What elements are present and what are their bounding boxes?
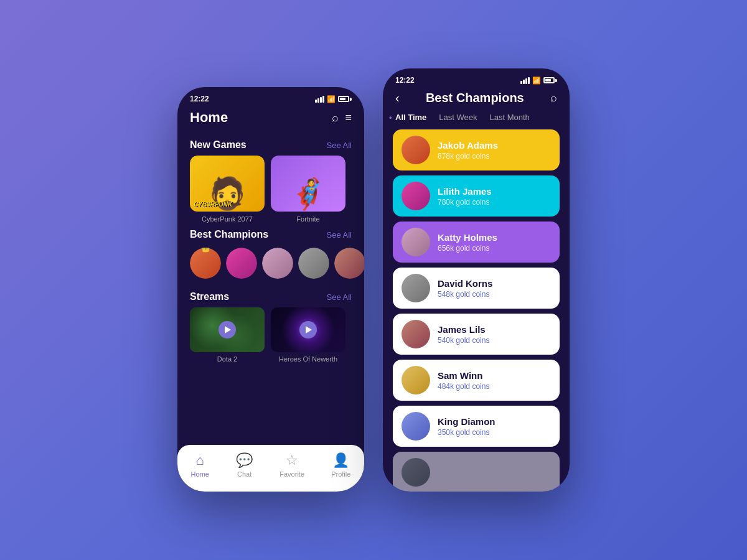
nav-profile[interactable]: 👤 Profile bbox=[331, 452, 350, 478]
cyberpunk-logo: CYB3RPUNK bbox=[194, 201, 232, 208]
champion-name-2: Lilith James bbox=[438, 186, 492, 197]
champion-info-2: Lilith James 780k gold coins bbox=[438, 186, 492, 207]
champion-coins-1: 878k gold coins bbox=[438, 152, 498, 161]
champion-avatar-7 bbox=[402, 412, 430, 441]
champion-coins-3: 656k gold coins bbox=[438, 244, 497, 253]
champ-avatar-1[interactable]: 👑 bbox=[190, 248, 221, 279]
status-bar-2: 12:22 📶 bbox=[383, 68, 570, 88]
header-action-icons: ⌕ ≡ bbox=[332, 111, 352, 124]
filter-tabs: All Time Last Week Last Month bbox=[383, 113, 570, 129]
bottom-nav: ⌂ Home 💬 Chat ☆ Favorite 👤 Profile bbox=[177, 445, 364, 492]
best-champions-see-all[interactable]: See All bbox=[327, 230, 352, 240]
champion-avatar-4 bbox=[402, 274, 430, 302]
status-time-2: 12:22 bbox=[395, 76, 415, 85]
status-time-1: 12:22 bbox=[190, 95, 209, 103]
nav-profile-label: Profile bbox=[331, 470, 350, 478]
nav-favorite-label: Favorite bbox=[280, 470, 304, 478]
play-triangle-icon-2 bbox=[306, 326, 312, 334]
stream-card-heroes[interactable]: Heroes Of Newerth bbox=[271, 307, 345, 363]
champion-name-5: James Lils bbox=[438, 324, 489, 335]
filter-last-month[interactable]: Last Month bbox=[490, 113, 530, 122]
play-btn-dota[interactable] bbox=[218, 321, 236, 338]
stream-card-dota[interactable]: Dota 2 bbox=[190, 307, 265, 363]
streams-title: Streams bbox=[190, 291, 229, 302]
champion-card-4[interactable]: David Korns 548k gold coins bbox=[393, 268, 560, 309]
champion-name-1: Jakob Adams bbox=[438, 140, 498, 151]
champion-info-6: Sam Winn 484k gold coins bbox=[438, 370, 489, 391]
champion-card-6[interactable]: Sam Winn 484k gold coins bbox=[393, 360, 560, 401]
filter-icon[interactable]: ≡ bbox=[345, 111, 352, 124]
nav-home-label: Home bbox=[191, 470, 209, 478]
champion-name-7: King Diamon bbox=[438, 416, 496, 427]
signal-icon bbox=[315, 96, 324, 103]
search-icon[interactable]: ⌕ bbox=[332, 111, 339, 124]
champion-info-3: Katty Holmes 656k gold coins bbox=[438, 232, 497, 253]
champ-avatar-4[interactable] bbox=[298, 248, 329, 279]
best-champions-header: Best Champions See All bbox=[177, 223, 364, 245]
champions-title: Best Champions bbox=[426, 91, 524, 105]
champion-avatar-2 bbox=[402, 182, 430, 210]
nav-home[interactable]: ⌂ Home bbox=[191, 452, 209, 478]
new-games-title: New Games bbox=[190, 139, 247, 151]
play-triangle-icon bbox=[225, 326, 231, 334]
back-header: ‹ Best Champions ⌕ bbox=[383, 88, 570, 113]
champions-avatars-row: 👑 bbox=[177, 245, 364, 285]
stream-thumb-dota bbox=[190, 307, 265, 352]
battery-icon-2 bbox=[543, 77, 557, 83]
play-btn-heroes[interactable] bbox=[299, 321, 317, 338]
champ-avatar-3[interactable] bbox=[262, 248, 293, 279]
stream-label-heroes: Heroes Of Newerth bbox=[271, 355, 345, 363]
champ-avatar-5[interactable] bbox=[334, 248, 364, 279]
champion-card-partial bbox=[383, 452, 570, 492]
champion-info-1: Jakob Adams 878k gold coins bbox=[438, 140, 498, 161]
game-card-cyberpunk[interactable]: 🧔 CYB3RPUNK CyberPunk 2077 bbox=[190, 156, 265, 223]
stream-label-dota: Dota 2 bbox=[190, 355, 265, 363]
champion-coins-2: 780k gold coins bbox=[438, 198, 492, 207]
champion-card-8-partial bbox=[393, 452, 560, 492]
battery-icon bbox=[338, 96, 352, 102]
champion-info-7: King Diamon 350k gold coins bbox=[438, 416, 496, 437]
champion-avatar-8 bbox=[402, 458, 430, 487]
champion-coins-4: 548k gold coins bbox=[438, 290, 492, 299]
champ-avatar-2[interactable] bbox=[226, 248, 257, 279]
back-button[interactable]: ‹ bbox=[395, 91, 400, 105]
streams-header: Streams See All bbox=[177, 285, 364, 307]
champion-name-3: Katty Holmes bbox=[438, 232, 497, 243]
favorite-icon: ☆ bbox=[286, 452, 298, 469]
new-games-see-all[interactable]: See All bbox=[327, 141, 352, 150]
status-icons-1: 📶 bbox=[315, 95, 352, 103]
champion-avatar-1 bbox=[402, 136, 430, 164]
champion-card-2[interactable]: Lilith James 780k gold coins bbox=[393, 175, 560, 217]
home-title: Home bbox=[190, 110, 228, 126]
champion-card-7[interactable]: King Diamon 350k gold coins bbox=[393, 406, 560, 447]
games-scroll: 🧔 CYB3RPUNK CyberPunk 2077 🦸 Fortnite bbox=[177, 156, 364, 223]
nav-chat[interactable]: 💬 Chat bbox=[236, 452, 253, 478]
signal-icon-2 bbox=[520, 77, 530, 84]
champion-avatar-6 bbox=[402, 366, 430, 394]
nav-chat-label: Chat bbox=[237, 470, 251, 478]
search-icon-2[interactable]: ⌕ bbox=[550, 91, 557, 105]
champion-coins-7: 350k gold coins bbox=[438, 428, 496, 437]
champion-name-6: Sam Winn bbox=[438, 370, 489, 381]
streams-see-all[interactable]: See All bbox=[327, 292, 352, 302]
champion-card-3[interactable]: Katty Holmes 656k gold coins bbox=[393, 222, 560, 263]
status-icons-2: 📶 bbox=[520, 77, 557, 85]
phone-home-screen: 12:22 📶 Home ⌕ ≡ bbox=[177, 87, 364, 492]
game-thumb-cyberpunk: 🧔 CYB3RPUNK bbox=[190, 156, 265, 212]
champion-coins-5: 540k gold coins bbox=[438, 336, 489, 345]
champion-card-1[interactable]: Jakob Adams 878k gold coins bbox=[393, 129, 560, 170]
game-card-fortnite[interactable]: 🦸 Fortnite bbox=[271, 156, 345, 223]
filter-all-time[interactable]: All Time bbox=[395, 113, 426, 122]
game-label-cyberpunk: CyberPunk 2077 bbox=[190, 215, 265, 223]
chat-icon: 💬 bbox=[236, 452, 253, 469]
new-games-header: New Games See All bbox=[177, 133, 364, 156]
champion-coins-6: 484k gold coins bbox=[438, 382, 489, 391]
streams-scroll: Dota 2 Heroes Of Newerth bbox=[177, 307, 364, 363]
champion-card-5[interactable]: James Lils 540k gold coins bbox=[393, 314, 560, 355]
champion-avatar-5 bbox=[402, 320, 430, 348]
best-champions-title: Best Champions bbox=[190, 229, 268, 240]
nav-favorite[interactable]: ☆ Favorite bbox=[280, 452, 304, 478]
filter-last-week[interactable]: Last Week bbox=[439, 113, 477, 122]
game-label-fortnite: Fortnite bbox=[271, 215, 345, 223]
champion-info-4: David Korns 548k gold coins bbox=[438, 278, 492, 299]
